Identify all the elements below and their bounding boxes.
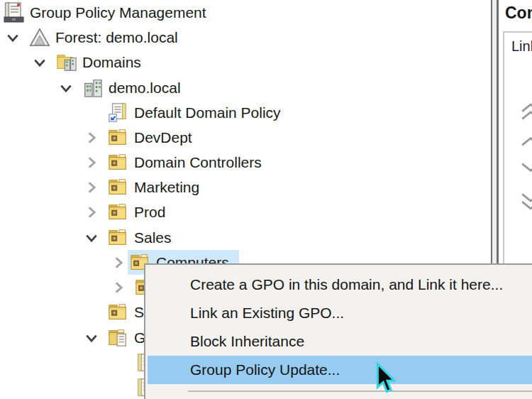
tree-item-label: DevDept — [134, 129, 192, 146]
move-link-to-bottom-button[interactable] — [521, 192, 532, 210]
tree-item-label: S — [134, 304, 144, 321]
chevron-collapsed-icon[interactable] — [84, 175, 103, 200]
tree-item-label: Marketing — [134, 179, 199, 196]
move-link-down-button[interactable] — [521, 162, 532, 173]
ou-folder-icon — [108, 302, 129, 323]
tree-item-prod[interactable]: Prod — [84, 200, 165, 224]
tree-item-label: Group Policy Management — [30, 4, 206, 21]
tab-linked-group-policy-objects[interactable]: Linked Group Policy Objects — [511, 38, 532, 55]
ou-folder-icon — [108, 177, 129, 198]
gpo-folder-icon — [108, 327, 129, 349]
ou-folder-icon — [108, 202, 129, 223]
chevron-expanded-icon[interactable] — [59, 75, 77, 100]
tree-item-demo-local[interactable]: demo.local — [59, 75, 181, 100]
gpo-link-icon — [108, 102, 129, 124]
tree-item-domains[interactable]: Domains — [33, 50, 141, 75]
chevron-expanded-icon[interactable] — [84, 225, 103, 250]
tree-item-label: Sales — [134, 229, 172, 246]
domain-icon — [82, 77, 104, 99]
context-menu: Create a GPO in this domain, and Link it… — [144, 263, 532, 399]
ou-folder-icon — [108, 152, 129, 173]
chevron-expanded-icon[interactable] — [84, 325, 103, 350]
menu-item-block-inheritance[interactable]: Block Inheritance — [148, 327, 532, 356]
menu-item-link-existing-gpo[interactable]: Link an Existing GPO... — [148, 299, 532, 327]
forest-icon — [29, 27, 50, 48]
menu-separator — [188, 390, 532, 392]
tree-item-label: Domain Controllers — [134, 154, 262, 171]
chevron-collapsed-icon[interactable] — [84, 150, 103, 175]
domains-folder-icon — [56, 52, 77, 73]
chevron-collapsed-icon[interactable] — [111, 275, 130, 300]
results-pane-title: Computers — [505, 4, 532, 23]
tree-item-default-domain-policy[interactable]: Default Domain Policy — [84, 100, 281, 125]
tree-item-domain-controllers[interactable]: Domain Controllers — [84, 150, 262, 175]
ou-folder-icon — [108, 127, 129, 148]
ou-folder-icon — [108, 227, 129, 248]
tree-item-marketing[interactable]: Marketing — [84, 175, 199, 200]
chevron-expanded-icon[interactable] — [6, 25, 24, 50]
chevron-collapsed-icon[interactable] — [84, 125, 103, 150]
move-link-up-button[interactable] — [521, 136, 532, 147]
tree-item-s-ou[interactable]: S — [84, 300, 144, 324]
tree-item-label: Default Domain Policy — [134, 104, 281, 121]
chevron-collapsed-icon[interactable] — [84, 200, 103, 224]
tree-item-label: demo.local — [109, 80, 181, 97]
tree-item-forest[interactable]: Forest: demo.local — [6, 25, 178, 50]
tree-item-label: Domains — [82, 54, 141, 71]
gpmc-console-icon — [3, 1, 26, 24]
menu-item-group-policy-update[interactable]: Group Policy Update... — [148, 356, 532, 384]
tree-item-devdept[interactable]: DevDept — [84, 125, 192, 150]
gpmc-window: Group Policy Management Forest: demo.loc… — [0, 0, 532, 399]
tree-item-label: Prod — [134, 204, 165, 221]
menu-item-create-gpo-and-link[interactable]: Create a GPO in this domain, and Link it… — [148, 270, 532, 299]
tree-item-group-policy-management[interactable]: Group Policy Management — [3, 0, 206, 25]
chevron-expanded-icon[interactable] — [33, 50, 51, 75]
tree-item-label: Forest: demo.local — [55, 29, 178, 46]
tree-item-sales[interactable]: Sales — [84, 225, 172, 250]
move-link-to-top-button[interactable] — [521, 103, 532, 121]
